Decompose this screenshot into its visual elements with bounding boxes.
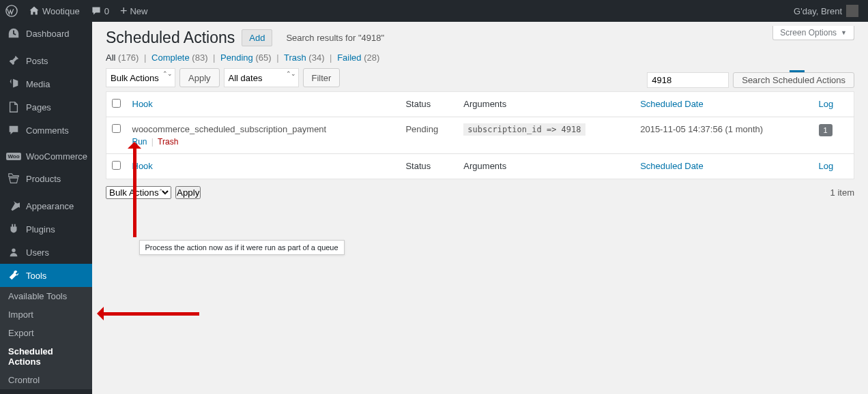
- column-scheduled[interactable]: Scheduled Date: [635, 92, 813, 117]
- sidebar-item-users[interactable]: Users: [0, 241, 92, 264]
- column-status-foot: Status: [400, 154, 458, 179]
- chevron-down-icon: ▼: [841, 29, 847, 36]
- filter-failed[interactable]: Failed (28): [337, 52, 379, 63]
- media-icon: [7, 78, 20, 90]
- main-content: Screen Options ▼ Scheduled Actions Add S…: [92, 22, 868, 394]
- screen-options-toggle[interactable]: Screen Options ▼: [772, 26, 854, 40]
- filter-pending[interactable]: Pending (65): [220, 52, 271, 63]
- woo-icon: Woo: [7, 153, 20, 160]
- row-hook-name: woocommerce_scheduled_subscription_payme…: [132, 124, 327, 134]
- column-hook[interactable]: Hook: [127, 92, 401, 117]
- sidebar-item-pages[interactable]: Pages: [0, 95, 92, 119]
- search-box: Search Scheduled Actions: [647, 72, 854, 88]
- sidebar-item-products[interactable]: Products: [0, 167, 92, 190]
- submenu-scheduled-actions[interactable]: Scheduled Actions: [0, 342, 92, 371]
- plugin-icon: [7, 223, 20, 235]
- row-action-trash[interactable]: Trash: [158, 137, 178, 147]
- sidebar-item-posts[interactable]: Posts: [0, 49, 92, 72]
- submenu-crontrol[interactable]: Crontrol: [0, 371, 92, 389]
- pin-icon: [7, 55, 20, 67]
- page-icon: [7, 101, 20, 113]
- sidebar-submenu: Available Tools Import Export Scheduled …: [0, 287, 92, 389]
- filter-trash[interactable]: Trash (34): [284, 52, 325, 63]
- search-input[interactable]: [647, 72, 729, 88]
- column-arguments: Arguments: [458, 92, 635, 117]
- bulk-actions-select-bottom[interactable]: Bulk Actions: [106, 186, 171, 199]
- column-status: Status: [400, 92, 458, 117]
- wp-logo[interactable]: [0, 0, 23, 22]
- search-button[interactable]: Search Scheduled Actions: [733, 72, 854, 88]
- new-content-link[interactable]: + New: [115, 0, 154, 22]
- column-log-foot[interactable]: Log: [813, 154, 854, 179]
- apply-button-top[interactable]: Apply: [179, 68, 220, 87]
- row-log-count[interactable]: 1: [819, 124, 833, 136]
- row-action-run[interactable]: Run: [132, 137, 147, 147]
- tools-icon: [7, 269, 20, 282]
- svg-point-1: [12, 249, 15, 252]
- tablenav-bottom: Bulk Actions Apply 1 item: [106, 186, 854, 199]
- user-greeting[interactable]: G'day, Brent: [790, 5, 863, 17]
- column-log[interactable]: Log: [813, 92, 854, 117]
- row-arguments: subscription_id => 4918: [463, 123, 585, 136]
- sidebar-item-plugins[interactable]: Plugins: [0, 217, 92, 241]
- page-title: Scheduled Actions: [106, 29, 235, 47]
- add-new-button[interactable]: Add: [242, 29, 272, 46]
- apply-button-bottom[interactable]: Apply: [175, 186, 201, 199]
- row-status: Pending: [400, 117, 458, 154]
- sidebar-item-appearance[interactable]: Appearance: [0, 194, 92, 217]
- filter-button[interactable]: Filter: [303, 68, 341, 87]
- admin-bar: Wootique 0 + New G'day, Brent: [0, 0, 868, 22]
- select-all-bottom[interactable]: [112, 161, 121, 170]
- row-scheduled-date: 2015-11-05 14:37:56 (1 month): [635, 117, 813, 154]
- run-tooltip: Process the action now as if it were run…: [139, 240, 345, 255]
- bulk-actions-select[interactable]: Bulk Actions: [106, 68, 175, 87]
- search-results-subtitle: Search results for "4918": [286, 33, 384, 43]
- sidebar-item-woocommerce[interactable]: WooWooCommerce: [0, 146, 92, 167]
- actions-table: Hook Status Arguments Scheduled Date Log…: [106, 91, 854, 179]
- dates-select[interactable]: All dates: [224, 68, 299, 87]
- sidebar-item-comments[interactable]: Comments: [0, 119, 92, 142]
- table-row: woocommerce_scheduled_subscription_payme…: [106, 117, 854, 154]
- sidebar-item-dashboard[interactable]: Dashboard: [0, 22, 92, 45]
- sidebar-item-media[interactable]: Media: [0, 72, 92, 95]
- product-icon: [7, 172, 20, 185]
- filter-all[interactable]: All (176): [106, 52, 139, 63]
- comment-icon: [7, 124, 20, 136]
- admin-sidebar: Dashboard Posts Media Pages Comments Woo…: [0, 22, 92, 394]
- row-checkbox[interactable]: [112, 124, 121, 133]
- site-name: Wootique: [42, 6, 80, 16]
- filter-complete[interactable]: Complete (83): [151, 52, 207, 63]
- submenu-import[interactable]: Import: [0, 305, 92, 324]
- item-count-bottom: 1 item: [830, 187, 854, 198]
- column-scheduled-foot[interactable]: Scheduled Date: [635, 154, 813, 179]
- new-label: New: [130, 6, 147, 16]
- submenu-available-tools[interactable]: Available Tools: [0, 287, 92, 305]
- sidebar-item-tools[interactable]: Tools: [0, 264, 92, 287]
- users-icon: [7, 246, 20, 258]
- select-all-top[interactable]: [112, 99, 121, 108]
- comments-count: 0: [104, 6, 109, 16]
- status-filter-links: All (176) | Complete (83) | Pending (65)…: [106, 52, 854, 63]
- submenu-export[interactable]: Export: [0, 324, 92, 342]
- site-home-link[interactable]: Wootique: [23, 0, 85, 22]
- dashboard-icon: [7, 27, 20, 40]
- appearance-icon: [7, 200, 20, 212]
- avatar: [846, 5, 858, 17]
- column-hook-foot[interactable]: Hook: [127, 154, 401, 179]
- comments-link[interactable]: 0: [85, 0, 115, 22]
- column-arguments-foot: Arguments: [458, 154, 635, 179]
